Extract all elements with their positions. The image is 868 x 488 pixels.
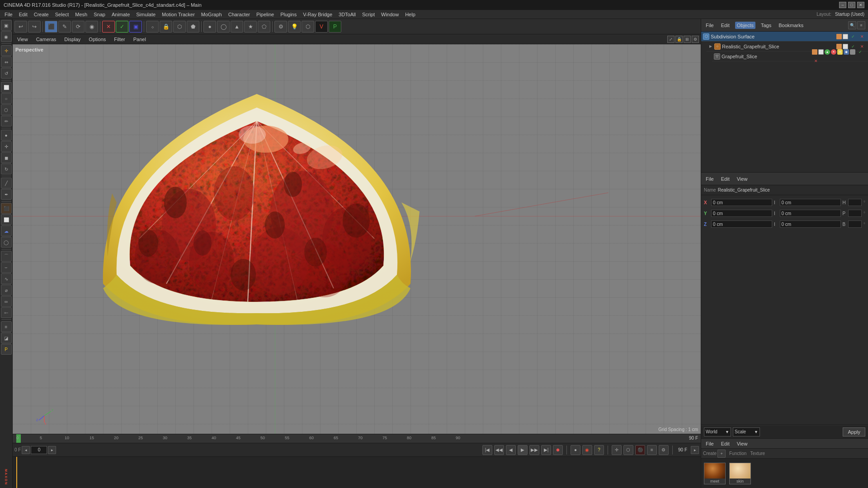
tool-pen[interactable]: ✒ (1, 189, 12, 200)
menu-simulate[interactable]: Simulate (133, 11, 158, 18)
menu-plugins[interactable]: Plugins (278, 11, 299, 18)
frame-input[interactable] (31, 446, 47, 454)
material-skin[interactable]: skin (729, 463, 751, 484)
tool-select-poly[interactable]: ⬡ (1, 104, 12, 115)
record-auto-button[interactable]: ● (571, 445, 580, 455)
tool-sky[interactable]: ☁ (1, 225, 12, 236)
tool-rotate[interactable]: ↺ (1, 68, 12, 79)
help-button[interactable]: ? (594, 445, 604, 455)
tool-scale[interactable]: ⇔ (1, 56, 12, 67)
y-pos-input[interactable] (711, 210, 772, 217)
edge-mode-button[interactable]: 🔒 (160, 21, 172, 33)
tool-spline5[interactable]: ∞ (1, 296, 12, 307)
tool-background[interactable]: ⬜ (1, 214, 12, 225)
frame-next-marker[interactable]: ▸ (48, 446, 56, 454)
tool-select-freehand[interactable]: ✏ (1, 116, 12, 127)
tool-live-selection[interactable]: ● (1, 130, 12, 141)
z-third-input[interactable] (848, 221, 862, 228)
y-third-input[interactable] (848, 210, 862, 217)
menu-snap[interactable]: Snap (91, 11, 108, 18)
x-secondary-input[interactable] (780, 199, 841, 206)
menu-character[interactable]: Character (226, 11, 253, 18)
render-view-button[interactable]: ✎ (58, 21, 71, 33)
viewport-menu-panel[interactable]: Panel (131, 36, 149, 42)
object-mode-button[interactable]: ⬦ (146, 21, 159, 33)
menu-motion-tracker[interactable]: Motion Tracker (159, 11, 198, 18)
menu-edit[interactable]: Edit (16, 11, 30, 18)
viewport[interactable]: Perspective Grid Spacing : 1 cm Y X Z (13, 44, 701, 434)
menu-window[interactable]: Window (378, 11, 401, 18)
timeline-ruler[interactable]: 0 5 10 15 20 25 30 35 40 45 50 55 60 65 … (13, 434, 701, 443)
tool-mode-model[interactable]: ▣ (1, 20, 12, 31)
x-pos-input[interactable] (711, 199, 772, 206)
viewport-menu-view[interactable]: View (14, 36, 31, 42)
x-mark-3[interactable]: ✕ (812, 57, 820, 65)
obj-item-subdivision[interactable]: ⬡ Subdivision Surface ✓ ✕ (701, 32, 868, 42)
obj-item-grapefruit-mesh[interactable]: ▽ Grapefruit_Slice ▲ ✕ ★ ◉ ✓ ✕ (712, 52, 868, 61)
close-button[interactable]: ✕ (857, 2, 864, 8)
obj-tab-objects[interactable]: Objects (735, 22, 755, 29)
viewport-menu-filter[interactable]: Filter (111, 36, 127, 42)
material-meet[interactable]: meet (704, 463, 726, 484)
keyframe-prev-button[interactable]: ✛ (612, 445, 622, 455)
menu-mograph[interactable]: MoGraph (198, 11, 225, 18)
frame-prev-marker[interactable]: ◂ (22, 446, 30, 454)
menu-animate[interactable]: Animate (109, 11, 132, 18)
x-mark[interactable]: ✕ (858, 33, 866, 41)
obj-layer-button[interactable]: ≡ (857, 21, 865, 29)
obj-tab-tags[interactable]: Tags (759, 22, 773, 29)
tool-scale-tool[interactable]: ◼ (1, 152, 12, 163)
mat-tab-view[interactable]: View (735, 440, 750, 447)
paint-button[interactable]: ◯ (217, 21, 230, 33)
tool-mode-texture[interactable]: ◉ (1, 31, 12, 42)
attr-tab-view[interactable]: View (735, 175, 750, 183)
prev-frame-button[interactable]: ◀◀ (494, 445, 504, 455)
tool-select-circle[interactable]: ○ (1, 93, 12, 104)
keyframe-next-button[interactable]: ⬡ (623, 445, 633, 455)
minimize-button[interactable]: – (839, 2, 846, 8)
fps-adjust[interactable]: ▸ (691, 446, 699, 454)
point-mode-button[interactable]: ⬡ (173, 21, 186, 33)
obj-search-button[interactable]: 🔍 (848, 21, 856, 29)
mat-create-button[interactable]: + (717, 450, 726, 458)
x-third-input[interactable] (848, 199, 862, 206)
tool-layers[interactable]: ≡ (1, 321, 12, 332)
maximize-button[interactable]: □ (848, 2, 855, 8)
menu-mesh[interactable]: Mesh (72, 11, 90, 18)
viewport-layout-button[interactable]: ⊞ (684, 36, 691, 43)
tool-spline6[interactable]: ⟜ (1, 307, 12, 318)
tool-move-tool[interactable]: ✛ (1, 141, 12, 152)
viewport-menu-cameras[interactable]: Cameras (33, 36, 59, 42)
keyframe-record-button[interactable]: ⚫ (635, 445, 645, 455)
mat-tab-edit[interactable]: Edit (719, 440, 731, 447)
undo-button[interactable]: ↩ (14, 21, 27, 33)
tool-spline3[interactable]: ∿ (1, 273, 12, 284)
tool-environment[interactable]: ◯ (1, 237, 12, 248)
viewport-maximize-button[interactable]: ⤢ (667, 36, 675, 43)
layermanager-button[interactable]: ≡ (647, 445, 657, 455)
viewport-menu-options[interactable]: Options (86, 36, 108, 42)
settings-button[interactable]: ⚙ (274, 21, 287, 33)
mograph-button[interactable]: ⬠ (258, 21, 270, 33)
tool-select-rect[interactable]: ⬜ (1, 82, 12, 93)
z-axis-button[interactable]: ▣ (129, 21, 142, 33)
play-button[interactable]: ▶ (518, 445, 528, 455)
obj-tab-bookmarks[interactable]: Bookmarks (777, 22, 805, 29)
viewport-settings-button[interactable]: ⚙ (692, 36, 699, 43)
menu-select[interactable]: Select (52, 11, 72, 18)
tool-python[interactable]: P (1, 344, 12, 355)
obj-tab-edit[interactable]: Edit (719, 22, 731, 29)
menu-pipeline[interactable]: Pipeline (254, 11, 277, 18)
go-end-button[interactable]: ▶| (541, 445, 551, 455)
render-button[interactable]: ⬛ (45, 21, 57, 33)
redo-button[interactable]: ↪ (28, 21, 41, 33)
menu-3dtoall[interactable]: 3DToAll (336, 11, 359, 18)
timeline-content[interactable] (13, 457, 701, 488)
viewport-lock-button[interactable]: 🔒 (675, 36, 683, 43)
tool-texture2[interactable]: ◪ (1, 333, 12, 343)
camera-button[interactable]: ⬡ (302, 21, 314, 33)
menu-vray[interactable]: V-Ray Bridge (300, 11, 335, 18)
tool-spline1[interactable]: ⌒ (1, 251, 12, 262)
play-forward-button[interactable]: ▶▶ (529, 445, 539, 455)
tool-rotate-tool[interactable]: ↻ (1, 164, 12, 174)
